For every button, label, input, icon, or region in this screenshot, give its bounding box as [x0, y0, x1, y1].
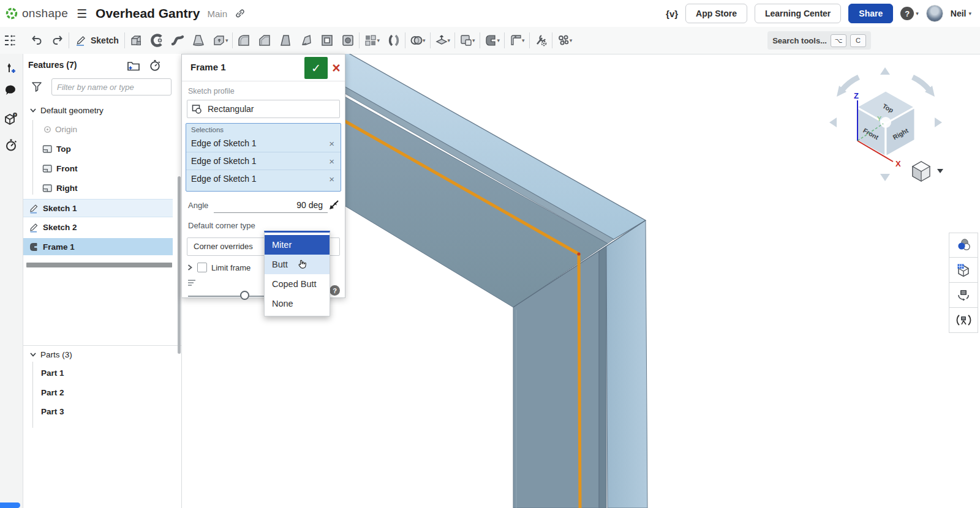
- dialog-help-icon[interactable]: ?: [330, 285, 340, 296]
- dropdown-option-butt[interactable]: Butt: [265, 255, 330, 274]
- hole-icon[interactable]: [340, 32, 356, 48]
- branch-name[interactable]: Main: [207, 9, 227, 19]
- rotate-right-arrow[interactable]: [935, 118, 942, 127]
- sketch-button[interactable]: Sketch: [72, 34, 121, 47]
- share-button[interactable]: Share: [848, 4, 893, 23]
- remove-selection-icon[interactable]: ×: [329, 174, 334, 184]
- dropdown-option-miter[interactable]: Miter: [265, 235, 330, 255]
- sweep-icon[interactable]: [170, 32, 186, 48]
- frame-dropdown-caret[interactable]: ▾: [497, 37, 500, 43]
- insert-feature-icon[interactable]: [2, 60, 20, 77]
- tree-item-front-plane[interactable]: Front: [23, 160, 181, 177]
- cube-help-icon[interactable]: ?: [2, 110, 20, 127]
- limit-frame-checkbox[interactable]: [197, 263, 207, 272]
- tree-item-frame-1[interactable]: Frame 1: [23, 238, 173, 255]
- limit-frame-label: Limit frame: [211, 263, 251, 272]
- view-options-caret[interactable]: [937, 169, 943, 173]
- selections-box[interactable]: Selections Edge of Sketch 1 × Edge of Sk…: [186, 123, 341, 192]
- appearance-button[interactable]: [949, 233, 978, 258]
- shell-icon[interactable]: [319, 32, 335, 48]
- section-view-button[interactable]: [949, 258, 978, 283]
- app-store-button[interactable]: App Store: [685, 4, 747, 23]
- document-menu-icon[interactable]: ☰: [77, 7, 87, 21]
- chamfer-icon[interactable]: [257, 32, 273, 48]
- help-icon[interactable]: ?: [900, 7, 914, 20]
- expand-chevron-icon[interactable]: [187, 264, 193, 271]
- revolve-icon[interactable]: [149, 32, 165, 48]
- tree-item-origin[interactable]: Origin: [23, 121, 181, 138]
- fillet-icon[interactable]: [236, 32, 252, 48]
- dialog-slider-knob[interactable]: [240, 291, 249, 300]
- move-face-icon[interactable]: [298, 32, 314, 48]
- tree-item-sketch-1[interactable]: Sketch 1: [23, 199, 173, 217]
- rollback-bar[interactable]: [26, 263, 172, 267]
- boolean-dropdown-caret[interactable]: ▾: [423, 37, 426, 43]
- share-link-icon[interactable]: [235, 8, 246, 19]
- search-tools-placeholder: Search tools...: [772, 36, 827, 45]
- learning-center-button[interactable]: Learning Center: [755, 4, 841, 23]
- feature-filter-input[interactable]: [51, 78, 172, 95]
- help-menu[interactable]: ? ▾: [900, 7, 919, 20]
- tree-item-label: Default geometry: [40, 106, 104, 115]
- roll-ccw-arrow[interactable]: [842, 77, 859, 91]
- selection-item[interactable]: Edge of Sketch 1 ×: [186, 170, 341, 187]
- dialog-title: Frame 1: [190, 62, 226, 72]
- rollback-history-icon[interactable]: [148, 59, 162, 75]
- featurescript-icon[interactable]: {v}: [666, 9, 678, 19]
- split-dropdown-caret[interactable]: ▾: [448, 37, 451, 43]
- redo-icon[interactable]: [50, 32, 66, 48]
- draft-icon[interactable]: [277, 32, 293, 48]
- analysis-dropdown-caret[interactable]: ▾: [570, 37, 573, 43]
- tree-group-parts[interactable]: Parts (3): [23, 346, 181, 363]
- surface-dropdown-caret[interactable]: ▾: [472, 37, 475, 43]
- dropdown-option-none[interactable]: None: [265, 294, 330, 313]
- profile-select[interactable]: Rectangular: [187, 100, 340, 118]
- create-folder-icon[interactable]: [126, 59, 141, 75]
- rotate-left-arrow[interactable]: [829, 118, 837, 127]
- tree-item-part-2[interactable]: Part 2: [23, 384, 181, 401]
- dialog-slider-track[interactable]: [188, 296, 268, 297]
- angle-value[interactable]: 90 deg: [296, 200, 323, 210]
- flip-direction-icon[interactable]: [326, 198, 341, 212]
- dropdown-option-coped-butt[interactable]: Coped Butt: [265, 274, 330, 294]
- thicken-dropdown-caret[interactable]: ▾: [225, 37, 228, 43]
- mirror-icon[interactable]: [386, 32, 402, 48]
- tree-item-top-plane[interactable]: Top: [23, 140, 181, 157]
- user-menu[interactable]: Neil ▾: [951, 9, 971, 18]
- pattern-dropdown-caret[interactable]: ▾: [377, 37, 380, 43]
- features-scrollbar[interactable]: [178, 176, 181, 354]
- onshape-logo[interactable]: onshape: [5, 7, 68, 20]
- rotate-up-arrow[interactable]: [880, 67, 890, 75]
- extrude-icon[interactable]: [128, 32, 144, 48]
- history-stopwatch-icon[interactable]: [2, 136, 20, 154]
- remove-selection-icon[interactable]: ×: [329, 156, 334, 166]
- chevron-down-icon[interactable]: [29, 106, 37, 114]
- loft-icon[interactable]: [190, 32, 206, 48]
- tree-item-part-3[interactable]: Part 3: [23, 403, 181, 420]
- view-options-button[interactable]: [913, 162, 943, 181]
- tree-item-right-plane[interactable]: Right: [23, 179, 181, 196]
- undo-icon[interactable]: [29, 32, 45, 48]
- feature-list-toggle-icon[interactable]: [2, 32, 18, 48]
- animate-view-button[interactable]: [949, 308, 978, 333]
- remove-selection-icon[interactable]: ×: [329, 138, 334, 149]
- tree-item-part-1[interactable]: Part 1: [23, 364, 181, 381]
- limit-frame-row[interactable]: Limit frame: [187, 263, 251, 272]
- chevron-down-icon[interactable]: [29, 351, 37, 358]
- named-views-button[interactable]: [949, 283, 978, 308]
- search-tools-input[interactable]: Search tools... ⌥ C: [767, 31, 871, 50]
- sheet-metal-dropdown-caret[interactable]: ▾: [522, 37, 525, 43]
- filter-funnel-icon[interactable]: [31, 81, 43, 93]
- user-avatar[interactable]: [926, 5, 943, 22]
- confirm-button[interactable]: ✓: [304, 57, 328, 79]
- tree-item-sketch-2[interactable]: Sketch 2: [23, 219, 181, 236]
- grip-lines-icon[interactable]: [187, 278, 197, 287]
- selection-item[interactable]: Edge of Sketch 1 ×: [186, 152, 341, 170]
- selection-item[interactable]: Edge of Sketch 1 ×: [186, 135, 341, 152]
- feature-tools-icon[interactable]: [533, 32, 549, 48]
- comments-icon[interactable]: [2, 82, 20, 99]
- tree-group-default-geometry[interactable]: Default geometry: [23, 102, 181, 119]
- roll-cw-arrow[interactable]: [913, 77, 930, 91]
- cancel-button[interactable]: ×: [328, 57, 344, 79]
- rotate-down-arrow[interactable]: [880, 174, 890, 181]
